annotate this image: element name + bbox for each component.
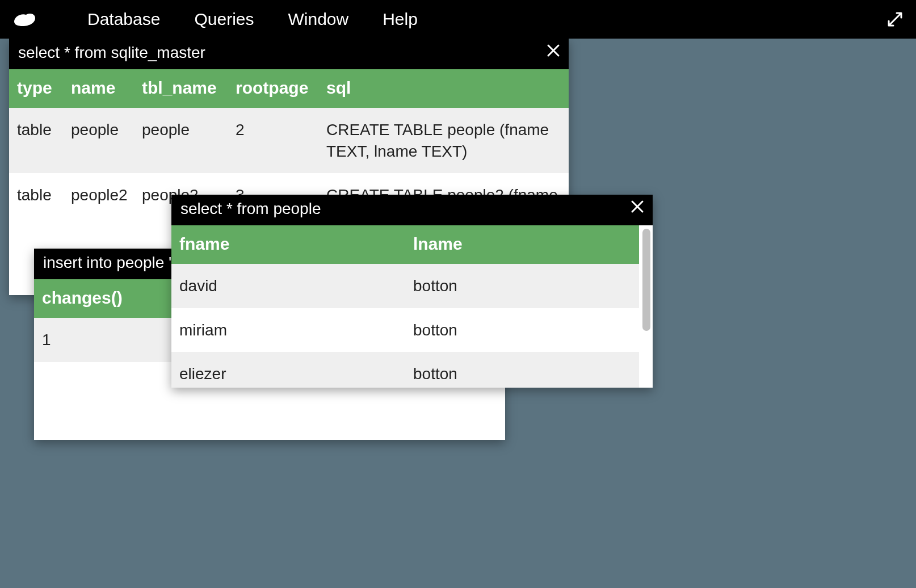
cell: people2 bbox=[63, 173, 134, 239]
panel-titlebar[interactable]: select * from people bbox=[171, 195, 653, 225]
app-logo-icon bbox=[12, 11, 36, 27]
menu-queries[interactable]: Queries bbox=[194, 10, 254, 29]
cell: 2 bbox=[228, 108, 318, 174]
menu-help[interactable]: Help bbox=[383, 10, 418, 29]
close-icon[interactable] bbox=[630, 199, 645, 214]
menu-bar: Database Queries Window Help bbox=[0, 0, 916, 39]
table-row[interactable]: miriam botton bbox=[171, 308, 639, 352]
menu-database[interactable]: Database bbox=[87, 10, 160, 29]
cell: david bbox=[171, 264, 405, 308]
table-header-row: fname lname bbox=[171, 225, 639, 264]
expand-icon[interactable] bbox=[886, 11, 904, 28]
cell: people bbox=[134, 108, 228, 174]
scrollbar[interactable] bbox=[642, 229, 650, 331]
col-rootpage[interactable]: rootpage bbox=[228, 69, 318, 108]
col-name[interactable]: name bbox=[63, 69, 134, 108]
panel-title: select * from people bbox=[180, 200, 321, 217]
table-row[interactable]: table people people 2 CREATE TABLE peopl… bbox=[9, 108, 569, 174]
panel-body: fname lname david botton miriam botton e… bbox=[171, 225, 653, 388]
panel-title: select * from sqlite_master bbox=[18, 44, 205, 61]
cell: table bbox=[9, 173, 63, 239]
col-fname[interactable]: fname bbox=[171, 225, 405, 264]
cell: eliezer bbox=[171, 352, 405, 388]
cell: botton bbox=[405, 264, 639, 308]
cell: people bbox=[63, 108, 134, 174]
table-header-row: type name tbl_name rootpage sql bbox=[9, 69, 569, 108]
col-type[interactable]: type bbox=[9, 69, 63, 108]
col-lname[interactable]: lname bbox=[405, 225, 639, 264]
cell: CREATE TABLE people (fname TEXT, lname T… bbox=[318, 108, 569, 174]
cell: botton bbox=[405, 308, 639, 352]
result-panel-people[interactable]: select * from people fname lname david b… bbox=[171, 195, 653, 388]
cell: table bbox=[9, 108, 63, 174]
cell: botton bbox=[405, 352, 639, 388]
results-table: fname lname david botton miriam botton e… bbox=[171, 225, 639, 388]
col-sql[interactable]: sql bbox=[318, 69, 569, 108]
close-icon[interactable] bbox=[546, 43, 561, 58]
table-row[interactable]: eliezer botton bbox=[171, 352, 639, 388]
table-row[interactable]: david botton bbox=[171, 264, 639, 308]
cell: miriam bbox=[171, 308, 405, 352]
panel-titlebar[interactable]: select * from sqlite_master bbox=[9, 39, 569, 69]
menu-window[interactable]: Window bbox=[288, 10, 348, 29]
col-tblname[interactable]: tbl_name bbox=[134, 69, 228, 108]
